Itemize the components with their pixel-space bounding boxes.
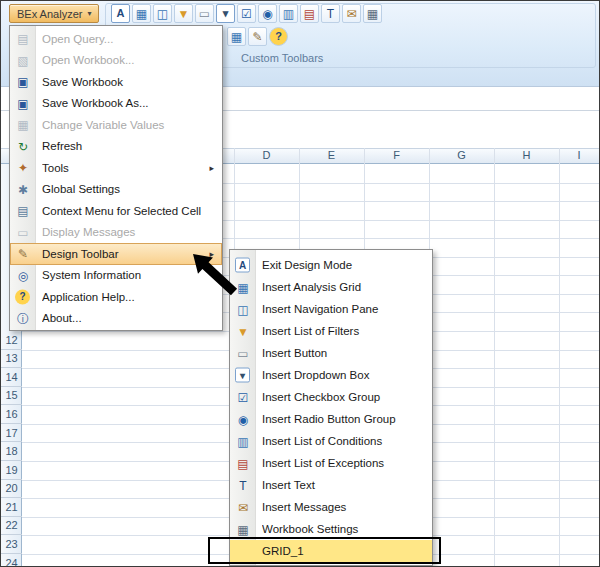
- menu-item-save-workbook-as-label: Save Workbook As...: [42, 97, 214, 109]
- menu-item-system-information[interactable]: ◎System Information: [10, 265, 222, 287]
- insert-analysis-grid-icon: ▦: [234, 279, 252, 296]
- row-header-17[interactable]: 17: [1, 424, 22, 443]
- submenu-item-insert-list-of-exceptions[interactable]: ▤Insert List of Exceptions: [230, 452, 432, 474]
- submenu-item-insert-dropdown-box-label: Insert Dropdown Box: [262, 369, 424, 381]
- submenu-item-insert-dropdown-box[interactable]: ▾Insert Dropdown Box: [230, 364, 432, 386]
- submenu-item-insert-list-of-conditions-label: Insert List of Conditions: [262, 435, 424, 447]
- insert-text-icon[interactable]: T: [321, 4, 340, 23]
- menu-item-global-settings[interactable]: ✱Global Settings: [10, 179, 222, 201]
- submenu-item-insert-button[interactable]: ▭Insert Button: [230, 342, 432, 364]
- submenu-item-insert-list-of-exceptions-label: Insert List of Exceptions: [262, 457, 424, 469]
- insert-list-of-exceptions-icon: ▤: [234, 455, 252, 472]
- insert-list-of-conditions-icon: ▥: [234, 433, 252, 450]
- submenu-items: AExit Design Mode▦Insert Analysis Grid◫I…: [230, 250, 432, 562]
- menu-item-display-messages: ▭Display Messages: [10, 222, 222, 244]
- row-header-21[interactable]: 21: [1, 498, 22, 517]
- submenu-item-insert-navigation-pane[interactable]: ◫Insert Navigation Pane: [230, 298, 432, 320]
- menu-item-change-variable-values: ▦Change Variable Values: [10, 114, 222, 136]
- exit-design-mode-icon[interactable]: A: [111, 4, 130, 23]
- insert-checkbox-group-icon[interactable]: ☑: [237, 4, 256, 23]
- submenu-item-insert-messages[interactable]: ✉Insert Messages: [230, 496, 432, 518]
- about-icon: ⓘ: [14, 310, 32, 327]
- column-header-h[interactable]: H: [494, 149, 559, 161]
- submenu-item-exit-design-mode[interactable]: AExit Design Mode: [230, 254, 432, 276]
- insert-list-of-exceptions-icon[interactable]: ▤: [300, 4, 319, 23]
- row-header-22[interactable]: 22: [1, 517, 22, 536]
- insert-navigation-pane-icon[interactable]: ◫: [153, 4, 172, 23]
- row-header-16[interactable]: 16: [1, 405, 22, 424]
- submenu-item-insert-list-of-conditions[interactable]: ▥Insert List of Conditions: [230, 430, 432, 452]
- menu-item-tools[interactable]: ✦Tools▸: [10, 157, 222, 179]
- grid1-highlight-box: [208, 537, 441, 564]
- submenu-item-insert-list-of-filters[interactable]: ▼Insert List of Filters: [230, 320, 432, 342]
- column-header-f[interactable]: F: [364, 149, 429, 161]
- menu-item-refresh-label: Refresh: [42, 140, 214, 152]
- row-header-18[interactable]: 18: [1, 442, 22, 461]
- submenu-item-insert-checkbox-group-label: Insert Checkbox Group: [262, 391, 424, 403]
- row-header-13[interactable]: 13: [1, 350, 22, 369]
- menu-item-open-query: ▤Open Query...: [10, 28, 222, 50]
- menu-item-open-workbook-label: Open Workbook...: [42, 54, 214, 66]
- help-icon[interactable]: ?: [269, 27, 288, 46]
- display-messages-icon: ▭: [14, 224, 32, 241]
- submenu-item-insert-text[interactable]: TInsert Text: [230, 474, 432, 496]
- column-header-g[interactable]: G: [429, 149, 494, 161]
- row-header-24[interactable]: 24: [1, 554, 22, 567]
- submenu-item-exit-design-mode-label: Exit Design Mode: [262, 259, 424, 271]
- menu-items: ▤Open Query...▧Open Workbook...▣Save Wor…: [10, 26, 222, 331]
- insert-radio-button-group-icon[interactable]: ◉: [258, 4, 277, 23]
- submenu-item-insert-radio-button-group-label: Insert Radio Button Group: [262, 413, 424, 425]
- design-toolbar-icon: ✎: [14, 245, 32, 262]
- row-header-14[interactable]: 14: [1, 368, 22, 387]
- submenu-item-insert-text-label: Insert Text: [262, 479, 424, 491]
- refresh-icon: ↻: [14, 138, 32, 155]
- submenu-item-insert-messages-label: Insert Messages: [262, 501, 424, 513]
- submenu-item-insert-navigation-pane-label: Insert Navigation Pane: [262, 303, 424, 315]
- menu-item-change-variable-values-label: Change Variable Values: [42, 119, 214, 131]
- menu-item-context-menu-for-selected-cell-label: Context Menu for Selected Cell: [42, 205, 214, 217]
- insert-messages-icon[interactable]: ✉: [342, 4, 361, 23]
- insert-text-icon: T: [234, 477, 252, 494]
- row-header-23[interactable]: 23: [1, 535, 22, 554]
- row-header-12[interactable]: 12: [1, 331, 22, 350]
- column-header-i[interactable]: I: [559, 149, 599, 161]
- save-workbook-icon: ▣: [14, 73, 32, 90]
- insert-list-of-filters-icon[interactable]: ▼: [174, 4, 193, 23]
- menu-item-application-help-label: Application Help...: [42, 291, 214, 303]
- insert-analysis-grid-icon[interactable]: ▦: [132, 4, 151, 23]
- formatting-pen-icon[interactable]: ✎: [248, 27, 267, 46]
- menu-item-display-messages-label: Display Messages: [42, 226, 214, 238]
- grid-line-vertical: [559, 148, 560, 566]
- submenu-item-insert-analysis-grid[interactable]: ▦Insert Analysis Grid: [230, 276, 432, 298]
- bex-analyzer-menu-button[interactable]: BEx Analyzer ▾: [9, 4, 99, 23]
- row-header-15[interactable]: 15: [1, 387, 22, 406]
- submenu-item-insert-radio-button-group[interactable]: ◉Insert Radio Button Group: [230, 408, 432, 430]
- analysis-toolbar: ▦✎?: [227, 27, 288, 46]
- menu-item-open-workbook: ▧Open Workbook...: [10, 50, 222, 72]
- menu-item-save-workbook[interactable]: ▣Save Workbook: [10, 71, 222, 93]
- analysis-grid-icon[interactable]: ▦: [227, 27, 246, 46]
- menu-item-save-workbook-label: Save Workbook: [42, 76, 214, 88]
- row-header-19[interactable]: 19: [1, 461, 22, 480]
- submenu-item-workbook-settings-label: Workbook Settings: [262, 523, 424, 535]
- menu-item-application-help[interactable]: ?Application Help...: [10, 286, 222, 308]
- open-query-icon: ▤: [14, 30, 32, 47]
- column-header-e[interactable]: E: [299, 149, 364, 161]
- design-toolbar-submenu: AExit Design Mode▦Insert Analysis Grid◫I…: [229, 249, 433, 566]
- submenu-item-insert-checkbox-group[interactable]: ☑Insert Checkbox Group: [230, 386, 432, 408]
- menu-item-design-toolbar-label: Design Toolbar: [42, 248, 203, 260]
- column-header-d[interactable]: D: [234, 149, 299, 161]
- row-header-20[interactable]: 20: [1, 480, 22, 499]
- insert-list-of-conditions-icon[interactable]: ▥: [279, 4, 298, 23]
- insert-button-icon[interactable]: ▭: [195, 4, 214, 23]
- menu-item-context-menu-for-selected-cell[interactable]: ▤Context Menu for Selected Cell: [10, 200, 222, 222]
- grid-line-vertical: [494, 148, 495, 566]
- submenu-arrow-icon: ▸: [209, 249, 214, 259]
- change-variable-values-icon: ▦: [14, 116, 32, 133]
- insert-dropdown-box-icon[interactable]: ▾: [216, 4, 235, 23]
- menu-item-about[interactable]: ⓘAbout...: [10, 308, 222, 330]
- menu-item-refresh[interactable]: ↻Refresh: [10, 136, 222, 158]
- menu-item-save-workbook-as[interactable]: ▣Save Workbook As...: [10, 93, 222, 115]
- workbook-settings-icon[interactable]: ▦: [363, 4, 382, 23]
- menu-item-design-toolbar[interactable]: ✎Design Toolbar▸: [10, 243, 222, 265]
